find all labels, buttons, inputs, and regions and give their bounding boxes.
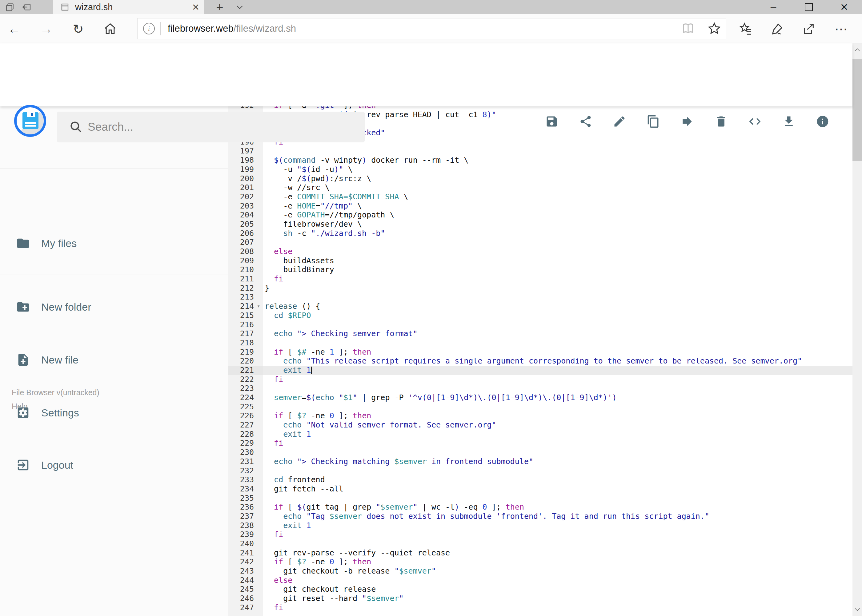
url-text[interactable]: filebrowser.web/files/wizard.sh (168, 23, 681, 34)
code-line-209[interactable]: 209 buildAssets (228, 256, 853, 266)
code-line-239[interactable]: 239 fi (228, 530, 853, 539)
code-line-192[interactable]: 192 if [ -d ".git" ]; then (228, 107, 853, 110)
more-icon[interactable]: ⋯ (832, 21, 850, 37)
hub-icon[interactable] (737, 21, 754, 37)
minimize-button[interactable]: − (758, 0, 789, 14)
share-icon[interactable] (800, 21, 817, 37)
code-line-243[interactable]: 243 git checkout -b release "$semver" (228, 566, 853, 576)
code-line-237[interactable]: 237 echo "Tag $semver does not exist in … (228, 512, 853, 521)
code-line-199[interactable]: 199 -u "$(id -u)" \ (228, 165, 853, 174)
code-editor[interactable]: 192 if [ -d ".git" ]; then193 COMMIT_SHA… (228, 107, 853, 616)
code-line-238[interactable]: 238 exit 1 (228, 521, 853, 530)
code-line-208[interactable]: 208 else (228, 247, 853, 256)
home-icon[interactable] (102, 21, 119, 37)
code-line-222[interactable]: 222 fi (228, 375, 853, 384)
code-line-244[interactable]: 244 else (228, 576, 853, 585)
code-line-201[interactable]: 201 -w //src \ (228, 183, 853, 192)
rename-button[interactable] (613, 115, 626, 128)
raw-button[interactable] (748, 115, 762, 128)
code-line-225[interactable]: 225 (228, 402, 853, 412)
scroll-down-icon[interactable] (853, 603, 862, 615)
code-text: release () { (263, 302, 853, 311)
info-icon[interactable]: i (143, 23, 155, 35)
code-line-203[interactable]: 203 -e HOME="//tmp" \ (228, 201, 853, 211)
scroll-up-icon[interactable] (853, 44, 862, 56)
code-line-205[interactable]: 205 filebrowser/dev \ (228, 220, 853, 229)
code-line-241[interactable]: 241 git rev-parse --verify --quiet relea… (228, 548, 853, 558)
code-line-212[interactable]: 212} (228, 284, 853, 293)
code-line-214[interactable]: 214▾release () { (228, 302, 853, 311)
sidebar-item-my-files[interactable]: My files (0, 229, 228, 257)
code-line-231[interactable]: 231 echo "> Checking matching $semver in… (228, 457, 853, 466)
code-line-245[interactable]: 245 git checkout release (228, 585, 853, 594)
code-line-232[interactable]: 232 (228, 466, 853, 475)
close-button[interactable]: × (829, 0, 860, 14)
tab-preview-icon[interactable] (2, 2, 17, 12)
code-line-200[interactable]: 200 -v /$(pwd):/src:z \ (228, 174, 853, 183)
code-line-216[interactable]: 216 (228, 320, 853, 329)
code-line-230[interactable]: 230 (228, 448, 853, 457)
code-line-213[interactable]: 213 (228, 292, 853, 302)
code-line-246[interactable]: 246 git reset --hard "$semver" (228, 594, 853, 603)
code-line-219[interactable]: 219 if [ $# -ne 1 ]; then (228, 347, 853, 357)
code-line-228[interactable]: 228 exit 1 (228, 430, 853, 439)
code-line-218[interactable]: 218 (228, 338, 853, 347)
browser-tab[interactable]: wizard.sh ✕ (53, 0, 204, 14)
set-tabs-aside-icon[interactable] (19, 2, 34, 12)
copy-button[interactable] (646, 115, 660, 128)
code-line-247[interactable]: 247 fi (228, 603, 853, 612)
sidebar-item-new-file[interactable]: New file (0, 346, 228, 374)
fold-marker (254, 384, 263, 393)
maximize-button[interactable] (793, 0, 824, 14)
fold-marker (254, 292, 263, 302)
fold-marker[interactable]: ▾ (254, 302, 263, 311)
code-line-236[interactable]: 236 if [ $(git tag | grep "$semver" | wc… (228, 503, 853, 512)
refresh-icon[interactable]: ↻ (69, 21, 87, 37)
code-line-229[interactable]: 229 fi (228, 438, 853, 448)
code-line-220[interactable]: 220 echo "This release script requires a… (228, 357, 853, 366)
code-line-198[interactable]: 198 $(command -v winpty) docker run --rm… (228, 156, 853, 165)
code-line-242[interactable]: 242 if [ $? -ne 0 ]; then (228, 557, 853, 566)
move-button[interactable] (681, 115, 694, 128)
code-line-221[interactable]: 221 exit 1 (228, 366, 853, 375)
code-line-226[interactable]: 226 if [ $? -ne 0 ]; then (228, 411, 853, 420)
code-line-210[interactable]: 210 buildBinary (228, 265, 853, 274)
code-line-215[interactable]: 215 cd $REPO (228, 311, 853, 320)
tab-close-icon[interactable]: ✕ (189, 0, 202, 14)
save-button[interactable] (545, 115, 559, 128)
info-button[interactable] (816, 115, 829, 128)
code-line-240[interactable]: 240 (228, 539, 853, 548)
code-line-233[interactable]: 233 cd frontend (228, 475, 853, 484)
search-input[interactable]: Search... (57, 112, 365, 142)
code-line-207[interactable]: 207 (228, 238, 853, 247)
share-button[interactable] (579, 115, 593, 128)
code-line-224[interactable]: 224 semver=$(echo "$1" | grep -P '^v(0|[… (228, 393, 853, 402)
code-line-227[interactable]: 227 echo "Not valid semver format. See s… (228, 420, 853, 430)
forward-icon[interactable]: → (38, 21, 55, 37)
url-bar[interactable]: i filebrowser.web/files/wizard.sh (137, 18, 726, 39)
code-line-234[interactable]: 234 git fetch --all (228, 484, 853, 493)
page-scrollbar[interactable] (853, 43, 862, 616)
tab-chevron-icon[interactable] (232, 2, 247, 12)
code-line-204[interactable]: 204 -e GOPATH=//tmp/gopath \ (228, 211, 853, 220)
back-icon[interactable]: ← (6, 21, 23, 37)
code-line-223[interactable]: 223 (228, 384, 853, 393)
reading-view-icon[interactable] (681, 22, 695, 35)
new-tab-icon[interactable]: + (212, 0, 228, 14)
code-line-206[interactable]: 206 sh -c "./wizard.sh -b" (228, 229, 853, 238)
fold-marker (254, 512, 263, 521)
sidebar-item-logout[interactable]: Logout (0, 451, 228, 479)
sidebar-item-new-folder[interactable]: New folder (0, 293, 228, 321)
code-line-217[interactable]: 217 echo "> Checking semver format" (228, 329, 853, 338)
annotate-pen-icon[interactable] (769, 21, 786, 37)
code-line-197[interactable]: 197 (228, 146, 853, 156)
scrollbar-thumb[interactable] (853, 59, 862, 161)
code-line-235[interactable]: 235 (228, 493, 853, 503)
sidebar-item-settings[interactable]: Settings (0, 399, 228, 427)
favorite-star-icon[interactable] (707, 22, 721, 36)
delete-button[interactable] (714, 115, 728, 128)
filebrowser-logo[interactable] (14, 105, 46, 137)
download-button[interactable] (782, 115, 796, 128)
code-line-211[interactable]: 211 fi (228, 274, 853, 284)
code-line-202[interactable]: 202 -e COMMIT_SHA=$COMMIT_SHA \ (228, 192, 853, 201)
